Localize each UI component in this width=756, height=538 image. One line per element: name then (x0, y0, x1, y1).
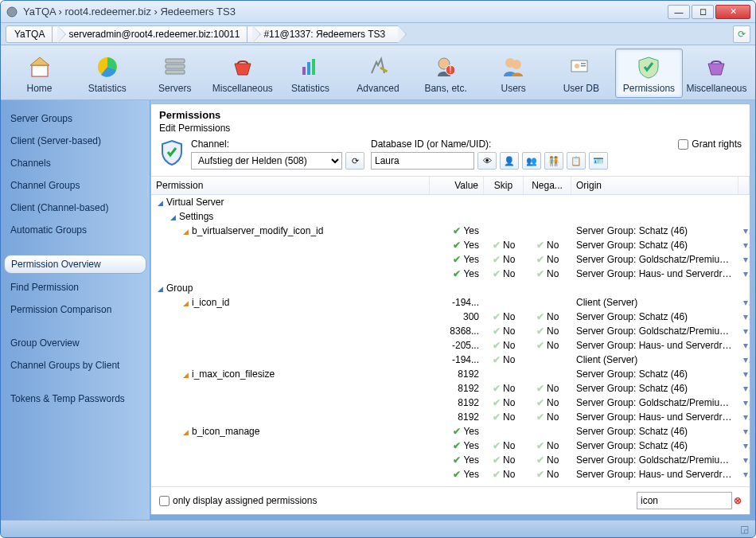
permission-row[interactable]: 8192✔ No✔ NoServer Group: Schatz (46)▾ (151, 381, 750, 396)
row-expand-icon[interactable] (738, 196, 750, 209)
check-icon: ✔ (453, 254, 461, 265)
row-expand-icon[interactable]: ▾ (738, 239, 750, 251)
permission-row[interactable]: 8368...✔ No✔ NoServer Group: Goldschatz/… (151, 324, 750, 338)
permission-row[interactable]: 8192✔ No✔ NoServer Group: Goldschatz/Pre… (151, 396, 750, 410)
permission-row[interactable]: ◢i_icon_id-194...Client (Server)▾ (151, 295, 750, 310)
row-expand-icon[interactable]: ▾ (738, 310, 750, 323)
svg-rect-4 (166, 59, 185, 63)
list-icon[interactable]: 📋 (567, 152, 586, 170)
toolbar-home[interactable]: Home (6, 49, 73, 98)
titlebar: YaTQA › root4.redeemer.biz › Яedeemers T… (1, 1, 755, 23)
row-expand-icon[interactable]: ▾ (738, 267, 750, 280)
row-expand-icon[interactable]: ▾ (738, 296, 750, 309)
toolbar-statistics[interactable]: Statistics (276, 49, 344, 98)
toolbar-bans-etc-[interactable]: !Bans, etc. (412, 49, 480, 98)
sidebar-item-client-channel-based-[interactable]: Client (Channel-based) (4, 199, 146, 216)
row-expand-icon[interactable]: ▾ (738, 224, 750, 237)
col-value[interactable]: Value (430, 177, 484, 194)
permission-row[interactable]: -194...✔ NoClient (Server)▾ (151, 353, 750, 367)
row-expand-icon[interactable]: ▾ (738, 425, 750, 438)
toolbar-servers[interactable]: Servers (141, 49, 208, 98)
check-pale-icon: ✔ (493, 268, 501, 279)
permission-row[interactable]: 8192✔ No✔ NoServer Group: Haus- und Serv… (151, 410, 750, 424)
permission-row[interactable]: ◢b_virtualserver_modify_icon_id✔ YesServ… (151, 224, 750, 238)
col-negate[interactable]: Nega... (524, 177, 571, 194)
toolbar-user-db[interactable]: User DB (548, 49, 615, 98)
row-expand-icon[interactable]: ▾ (738, 253, 750, 266)
group-icon[interactable]: 👥 (522, 152, 541, 170)
toolbar-users[interactable]: Users (480, 49, 548, 98)
permission-row[interactable]: ✔ Yes✔ No✔ NoServer Group: Haus- und Ser… (151, 267, 750, 281)
row-expand-icon[interactable]: ▾ (738, 382, 750, 395)
row-expand-icon[interactable]: ▾ (738, 368, 750, 380)
permission-row[interactable]: 300✔ No✔ NoServer Group: Schatz (46)▾ (151, 310, 750, 324)
row-expand-icon[interactable]: ▾ (738, 396, 750, 409)
users-icon[interactable]: 🧑‍🤝‍🧑 (544, 152, 563, 170)
permission-row[interactable]: ✔ Yes✔ No✔ NoServer Group: Schatz (46)▾ (151, 439, 750, 453)
check-icon: ✔ (453, 469, 461, 480)
sidebar-item-channels[interactable]: Channels (4, 154, 146, 172)
permission-row[interactable]: ◢i_max_icon_filesize8192Server Group: Sc… (151, 367, 750, 381)
app-icon (6, 6, 18, 18)
crumb-2[interactable]: #11@1337: Яedeemers TS3 (247, 25, 399, 43)
tree-group[interactable]: ◢Virtual Server (151, 195, 750, 209)
sidebar-item-tokens-temp-passwords[interactable]: Tokens & Temp Passwords (4, 390, 146, 407)
toolbar-miscellaneous[interactable]: Miscellaneous (208, 49, 276, 98)
close-button[interactable]: ✕ (715, 5, 750, 19)
sidebar-item-find-permission[interactable]: Find Permission (4, 279, 146, 296)
row-expand-icon[interactable]: ▾ (738, 411, 750, 423)
col-origin[interactable]: Origin (571, 177, 738, 194)
row-expand-icon[interactable] (738, 210, 750, 223)
crumb-0[interactable]: YaTQA (6, 25, 58, 43)
row-expand-icon[interactable] (738, 282, 750, 294)
sidebar-item-channel-groups[interactable]: Channel Groups (4, 177, 146, 194)
row-expand-icon[interactable]: ▾ (738, 468, 750, 481)
tree-group[interactable]: ◢Group (151, 281, 750, 295)
sidebar-item-server-groups[interactable]: Server Groups (4, 110, 146, 127)
refresh-channel-button[interactable]: ⟳ (345, 152, 364, 170)
channel-select[interactable]: Aufstieg der Helden (508) (191, 152, 342, 170)
grant-rights-checkbox[interactable]: Grant rights (678, 138, 742, 150)
filter-input[interactable] (637, 492, 732, 509)
db-id-input[interactable] (371, 152, 474, 170)
sidebar-item-automatic-groups[interactable]: Automatic Groups (4, 221, 146, 239)
maximize-button[interactable]: ◻ (692, 5, 714, 19)
check-pale-icon: ✔ (493, 340, 501, 351)
row-expand-icon[interactable]: ▾ (738, 353, 750, 366)
view-icon[interactable]: 👁 (477, 152, 497, 170)
refresh-button[interactable]: ⟳ (733, 25, 750, 43)
check-pale-icon: ✔ (493, 411, 501, 423)
permission-row[interactable]: ◢b_icon_manage✔ YesServer Group: Schatz … (151, 424, 750, 439)
permission-row[interactable]: ✔ Yes✔ No✔ NoServer Group: Schatz (46)▾ (151, 238, 750, 252)
sidebar-item-group-overview[interactable]: Group Overview (4, 334, 146, 352)
toolbar-permissions[interactable]: Permissions (615, 49, 683, 98)
col-permission[interactable]: Permission (151, 177, 430, 194)
toolbar-statistics[interactable]: Statistics (73, 49, 141, 98)
row-expand-icon[interactable]: ▾ (738, 454, 750, 466)
toolbar-icon (634, 53, 663, 81)
tree-group[interactable]: ◢Settings (151, 209, 750, 224)
permission-row[interactable]: ✔ Yes✔ No✔ NoServer Group: Goldschatz/Pr… (151, 252, 750, 267)
row-expand-icon[interactable]: ▾ (738, 439, 750, 452)
crumb-1[interactable]: serveradmin@root4.redeemer.biz:10011 (52, 25, 253, 43)
permission-row[interactable]: -205...✔ No✔ NoServer Group: Haus- und S… (151, 338, 750, 353)
row-expand-icon[interactable]: ▾ (738, 339, 750, 352)
sidebar-item-permission-comparison[interactable]: Permission Comparison (4, 301, 146, 318)
check-pale-icon: ✔ (493, 326, 501, 337)
only-assigned-checkbox[interactable]: only display assigned permissions (159, 495, 317, 506)
row-expand-icon[interactable]: ▾ (738, 325, 750, 337)
col-skip[interactable]: Skip (484, 177, 524, 194)
card-icon[interactable]: 🪪 (589, 152, 608, 170)
toolbar-miscellaneous[interactable]: Miscellaneous (683, 49, 750, 98)
check-pale-icon: ✔ (493, 254, 501, 265)
user-icon[interactable]: 👤 (500, 152, 519, 170)
sidebar-item-client-server-based-[interactable]: Client (Server-based) (4, 132, 146, 150)
resize-grip-icon[interactable]: ◲ (740, 524, 749, 535)
sidebar-item-channel-groups-by-client[interactable]: Channel Groups by Client (4, 357, 146, 374)
sidebar-item-permission-overview[interactable]: Permission Overview (4, 255, 146, 274)
permission-row[interactable]: ✔ Yes✔ No✔ NoServer Group: Haus- und Ser… (151, 467, 750, 481)
toolbar-advanced[interactable]: Advanced (344, 49, 411, 98)
minimize-button[interactable]: — (668, 5, 690, 19)
permission-row[interactable]: ✔ Yes✔ No✔ NoServer Group: Goldschatz/Pr… (151, 453, 750, 467)
clear-filter-icon[interactable]: ⊗ (734, 495, 742, 506)
